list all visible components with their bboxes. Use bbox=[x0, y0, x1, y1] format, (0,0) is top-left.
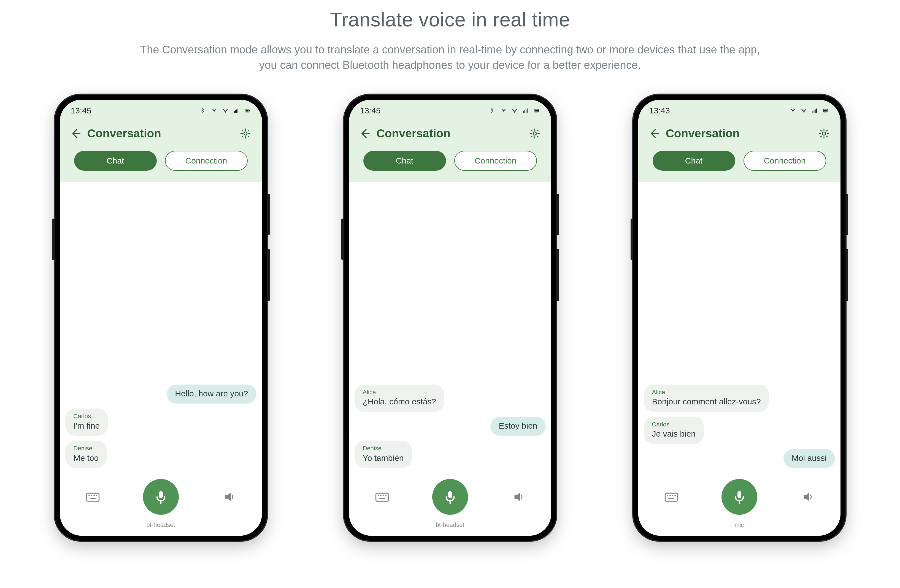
chat-message: Alice Bonjour comment allez-vous? bbox=[644, 385, 769, 412]
message-text: Je vais bien bbox=[652, 429, 695, 439]
message-text: Moi aussi bbox=[792, 453, 827, 463]
battery-icon bbox=[533, 107, 540, 114]
speaker-button[interactable] bbox=[791, 480, 824, 514]
phone-side-button bbox=[846, 194, 848, 235]
status-bar: 13:43 bbox=[638, 100, 841, 122]
status-tray bbox=[789, 107, 830, 114]
status-clock: 13:43 bbox=[649, 106, 670, 115]
bluetooth-icon bbox=[489, 107, 496, 114]
app-header: Conversation Chat Connection bbox=[60, 122, 262, 182]
screen-title: Conversation bbox=[87, 127, 161, 140]
keyboard-button[interactable] bbox=[76, 480, 109, 514]
chat-message: Alice ¿Hola, cómo estás? bbox=[355, 385, 445, 412]
chat-bottom-bar bbox=[349, 473, 551, 523]
status-clock: 13:45 bbox=[71, 106, 92, 115]
screen-title: Conversation bbox=[666, 127, 740, 140]
phone-side-button bbox=[52, 218, 55, 260]
bluetooth-icon bbox=[200, 107, 207, 114]
chat-message: Estoy bien bbox=[490, 417, 545, 436]
chat-message: Carlos I'm fine bbox=[65, 409, 108, 436]
message-sender: Carlos bbox=[652, 421, 695, 428]
message-text: Estoy bien bbox=[499, 421, 537, 431]
mic-button[interactable] bbox=[722, 479, 757, 515]
phone-mockup: 13:43 Conversation Chat Connection Alic bbox=[633, 95, 846, 541]
subtitle-line-1: The Conversation mode allows you to tran… bbox=[140, 43, 760, 56]
keyboard-button[interactable] bbox=[655, 480, 688, 514]
keyboard-button[interactable] bbox=[366, 480, 399, 514]
phone-side-button bbox=[631, 218, 633, 260]
message-sender: Carlos bbox=[74, 412, 100, 420]
tab-chat[interactable]: Chat bbox=[363, 151, 446, 171]
chat-message: Hello, how are you? bbox=[167, 385, 256, 404]
mic-button[interactable] bbox=[143, 479, 179, 515]
wifi-icon bbox=[800, 107, 807, 114]
message-sender: Alice bbox=[363, 388, 436, 396]
tab-chat[interactable]: Chat bbox=[653, 151, 735, 171]
status-tray bbox=[200, 107, 251, 114]
phone-side-button bbox=[556, 194, 559, 235]
message-sender: Denise bbox=[74, 444, 99, 452]
subtitle-line-2: you can connect Bluetooth headphones to … bbox=[259, 59, 641, 71]
chat-bottom-bar bbox=[60, 473, 262, 523]
message-text: Bonjour comment allez-vous? bbox=[652, 396, 761, 407]
battery-icon bbox=[822, 107, 830, 114]
chat-messages: Alice Bonjour comment allez-vous? Carlos… bbox=[638, 187, 841, 473]
chat-bottom-bar bbox=[638, 473, 841, 523]
app-header: Conversation Chat Connection bbox=[638, 122, 841, 182]
signal-icon bbox=[811, 107, 818, 114]
phone-mockup: 13:45 Conversation Chat Connection Alic bbox=[344, 95, 556, 541]
chat-message: Carlos Je vais bien bbox=[644, 417, 704, 444]
status-clock: 13:45 bbox=[360, 106, 381, 115]
message-text: ¿Hola, cómo estás? bbox=[363, 396, 436, 407]
signal-icon bbox=[522, 107, 529, 114]
tab-chat[interactable]: Chat bbox=[74, 151, 157, 171]
status-bar: 13:45 bbox=[60, 100, 262, 122]
tab-connection[interactable]: Connection bbox=[743, 151, 826, 171]
mic-output-label: bt-headset bbox=[349, 521, 551, 536]
settings-button[interactable] bbox=[526, 125, 543, 142]
settings-button[interactable] bbox=[237, 125, 254, 142]
message-text: Hello, how are you? bbox=[175, 388, 248, 399]
message-text: I'm fine bbox=[74, 421, 100, 431]
battery-icon bbox=[244, 107, 251, 114]
status-bar: 13:45 bbox=[349, 100, 551, 122]
wifi-icon bbox=[222, 107, 229, 114]
mic-output-label: bt-headset bbox=[60, 521, 262, 536]
back-button[interactable] bbox=[68, 125, 85, 142]
feature-title: Translate voice in real time bbox=[0, 8, 900, 31]
mic-button[interactable] bbox=[432, 479, 468, 515]
phone-side-button bbox=[267, 249, 270, 301]
phone-side-button bbox=[846, 249, 848, 301]
phone-side-button bbox=[267, 194, 270, 235]
chat-message: Denise Yo también bbox=[355, 441, 412, 468]
tab-connection[interactable]: Connection bbox=[165, 151, 248, 171]
phone-mockup: 13:45 Conversation Chat Connection bbox=[55, 95, 267, 541]
chat-messages: Alice ¿Hola, cómo estás? Estoy bien Deni… bbox=[349, 187, 551, 473]
feature-subtitle: The Conversation mode allows you to tran… bbox=[92, 42, 808, 73]
wifi-icon bbox=[511, 107, 518, 114]
mic-output-label: mic bbox=[638, 521, 841, 536]
settings-button[interactable] bbox=[816, 125, 832, 142]
chat-messages: Hello, how are you? Carlos I'm fine Deni… bbox=[60, 187, 262, 473]
wifi-alt-icon bbox=[789, 107, 796, 114]
chat-message: Denise Me too bbox=[65, 441, 107, 468]
wifi-alt-icon bbox=[211, 107, 218, 114]
message-text: Me too bbox=[74, 453, 99, 463]
phone-side-button bbox=[341, 218, 344, 260]
speaker-button[interactable] bbox=[502, 480, 535, 514]
message-sender: Denise bbox=[363, 444, 404, 452]
chat-message: Moi aussi bbox=[784, 449, 835, 468]
status-tray bbox=[489, 107, 540, 114]
message-text: Yo también bbox=[363, 453, 404, 463]
tab-connection[interactable]: Connection bbox=[454, 151, 537, 171]
phone-side-button bbox=[556, 249, 559, 301]
signal-icon bbox=[233, 107, 240, 114]
message-sender: Alice bbox=[652, 388, 761, 396]
wifi-alt-icon bbox=[500, 107, 507, 114]
app-header: Conversation Chat Connection bbox=[349, 122, 551, 182]
screen-title: Conversation bbox=[377, 127, 450, 140]
back-button[interactable] bbox=[357, 125, 374, 142]
back-button[interactable] bbox=[647, 125, 663, 142]
speaker-button[interactable] bbox=[213, 480, 245, 514]
